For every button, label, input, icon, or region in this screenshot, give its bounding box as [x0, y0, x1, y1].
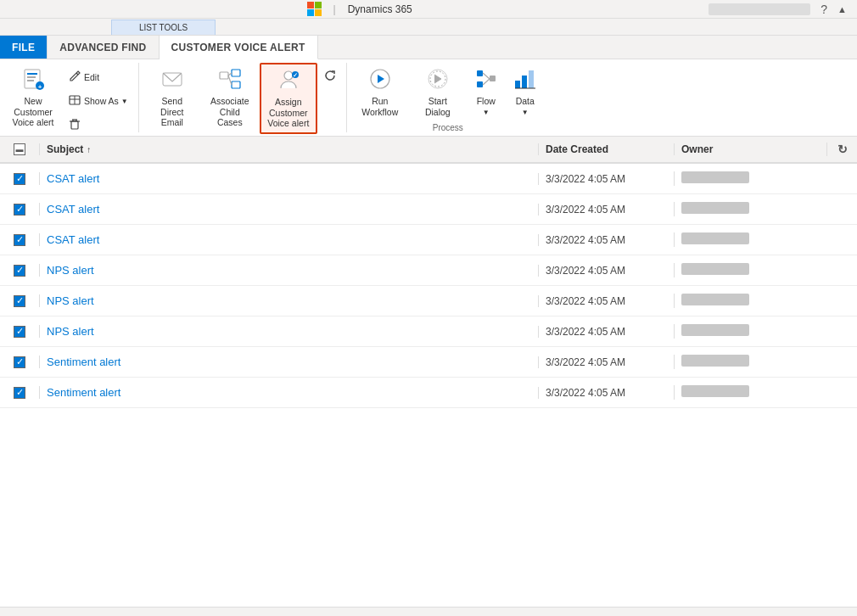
row-check-col: ✓	[0, 234, 39, 246]
svg-rect-10	[71, 121, 78, 129]
run-workflow-label: Run Workflow	[358, 96, 402, 117]
ribbon-content: + New Customer Voice alert	[0, 59, 857, 136]
subject-link-1[interactable]: CSAT alert	[47, 172, 99, 185]
tab-file[interactable]: FILE	[0, 36, 48, 59]
start-dialog-button[interactable]: Start Dialog	[410, 63, 466, 121]
row-checkbox-3[interactable]: ✓	[14, 234, 25, 246]
top-bar: | Dynamics 365 ? ▲	[0, 0, 857, 19]
svg-rect-27	[477, 70, 483, 76]
header-actions-col: ↻	[826, 143, 857, 156]
data-dropdown-icon: ▼	[522, 109, 529, 116]
row-checkbox-1[interactable]: ✓	[14, 173, 25, 185]
header-subject-col[interactable]: Subject ↑	[39, 143, 538, 155]
assign-alert-label: Assign Customer Voice alert	[266, 97, 311, 129]
next-page-button[interactable]: ▶	[831, 613, 847, 617]
edit-button[interactable]: Edit	[63, 66, 133, 88]
app-title: Dynamics 365	[348, 3, 412, 15]
tab-advanced-find[interactable]: ADVANCED FIND	[48, 36, 159, 59]
row-checkbox-4[interactable]: ✓	[14, 265, 25, 277]
row-owner-col	[674, 202, 826, 216]
send-direct-email-button[interactable]: Send Direct Email	[144, 63, 200, 132]
row-date-col: 3/3/2022 4:05 AM	[538, 234, 674, 246]
svg-rect-1	[27, 73, 37, 75]
date-header-label: Date Created	[546, 143, 608, 155]
show-as-label: Show As	[84, 96, 119, 106]
subject-link-4[interactable]: NPS alert	[47, 264, 94, 277]
row-check-col: ✓	[0, 356, 39, 368]
row-checkbox-6[interactable]: ✓	[14, 326, 25, 338]
app-title-area: | Dynamics 365	[307, 2, 412, 16]
edit-icon	[68, 70, 81, 85]
help-icon[interactable]: ?	[821, 3, 827, 16]
row-date-col: 3/3/2022 4:05 AM	[538, 295, 674, 307]
svg-rect-32	[515, 81, 520, 88]
svg-rect-34	[529, 70, 534, 88]
subject-link-7[interactable]: Sentiment alert	[47, 356, 120, 368]
table-row: ✓ NPS alert 3/3/2022 4:05 AM	[0, 255, 857, 286]
new-customer-voice-alert-button[interactable]: + New Customer Voice alert	[5, 63, 61, 132]
delete-button[interactable]	[63, 114, 133, 136]
prev-page-button[interactable]: ◀	[769, 613, 785, 617]
list-header: ▬ Subject ↑ Date Created Owner ↻	[0, 137, 857, 164]
process-group-label: Process	[352, 121, 544, 132]
svg-line-6	[76, 73, 78, 75]
row-check-col: ✓	[0, 295, 39, 307]
owner-value-6	[681, 324, 749, 336]
row-owner-col	[674, 355, 826, 369]
user-area	[709, 3, 810, 15]
subject-link-2[interactable]: CSAT alert	[47, 203, 99, 216]
flow-button[interactable]: Flow ▼	[468, 63, 505, 120]
refresh-icon	[323, 69, 337, 84]
refresh-list-icon[interactable]: ↻	[837, 143, 848, 156]
ms-separator: |	[333, 3, 336, 15]
svg-rect-18	[232, 81, 240, 88]
associate-child-cases-button[interactable]: Associate Child Cases	[202, 63, 258, 132]
table-row: ✓ CSAT alert 3/3/2022 4:05 AM	[0, 164, 857, 194]
svg-text:+: +	[38, 83, 42, 91]
show-as-button[interactable]: Show As ▼	[63, 90, 133, 112]
header-check-col: ▬	[0, 143, 39, 155]
row-checkbox-7[interactable]: ✓	[14, 356, 25, 368]
owner-value-3	[681, 232, 749, 244]
assign-customer-voice-alert-button[interactable]: ✓ Assign Customer Voice alert	[260, 63, 317, 134]
owner-header-label: Owner	[681, 143, 713, 155]
row-owner-col	[674, 232, 826, 247]
row-subject-col: NPS alert	[39, 294, 538, 307]
row-date-col: 3/3/2022 4:05 AM	[538, 204, 674, 216]
owner-value-5	[681, 294, 749, 305]
header-owner-col[interactable]: Owner	[674, 143, 826, 155]
row-owner-col	[674, 385, 826, 400]
data-icon	[513, 67, 537, 94]
header-date-col[interactable]: Date Created	[538, 143, 674, 155]
svg-rect-29	[490, 76, 496, 81]
svg-rect-2	[27, 76, 36, 78]
minimize-icon[interactable]: ▲	[837, 4, 847, 14]
records-buttons: + New Customer Voice alert	[5, 63, 133, 136]
send-email-label: Send Direct Email	[150, 96, 194, 128]
subject-link-3[interactable]: CSAT alert	[47, 233, 99, 246]
row-checkbox-2[interactable]: ✓	[14, 204, 25, 216]
tab-customer-voice-alert[interactable]: CUSTOMER VOICE ALERT	[160, 36, 318, 59]
send-email-icon	[160, 67, 184, 94]
first-page-button[interactable]: ⏮	[743, 613, 762, 617]
row-checkbox-5[interactable]: ✓	[14, 295, 25, 307]
refresh-button[interactable]	[319, 66, 341, 87]
list-rows-container: ✓ CSAT alert 3/3/2022 4:05 AM ✓ CSAT ale…	[0, 164, 857, 408]
table-row: ✓ Sentiment alert 3/3/2022 4:05 AM	[0, 347, 857, 378]
subject-link-8[interactable]: Sentiment alert	[47, 386, 120, 399]
microsoft-logo	[307, 2, 322, 16]
row-owner-col	[674, 263, 826, 277]
subject-link-5[interactable]: NPS alert	[47, 294, 94, 307]
data-button[interactable]: Data ▼	[507, 63, 544, 120]
list-area: ▬ Subject ↑ Date Created Owner ↻ ✓ CSAT …	[0, 137, 857, 607]
new-alert-label: New Customer Voice alert	[11, 96, 55, 128]
subject-link-6[interactable]: NPS alert	[47, 325, 94, 338]
data-label: Data	[516, 96, 535, 107]
row-owner-col	[674, 171, 826, 186]
pagination: ⏮ ◀ Page 1 ▶	[743, 613, 847, 617]
run-workflow-button[interactable]: Run Workflow	[352, 63, 408, 121]
row-checkbox-8[interactable]: ✓	[14, 387, 25, 399]
select-all-checkbox[interactable]: ▬	[14, 143, 25, 155]
owner-value-1	[681, 171, 749, 183]
svg-line-30	[483, 73, 490, 79]
